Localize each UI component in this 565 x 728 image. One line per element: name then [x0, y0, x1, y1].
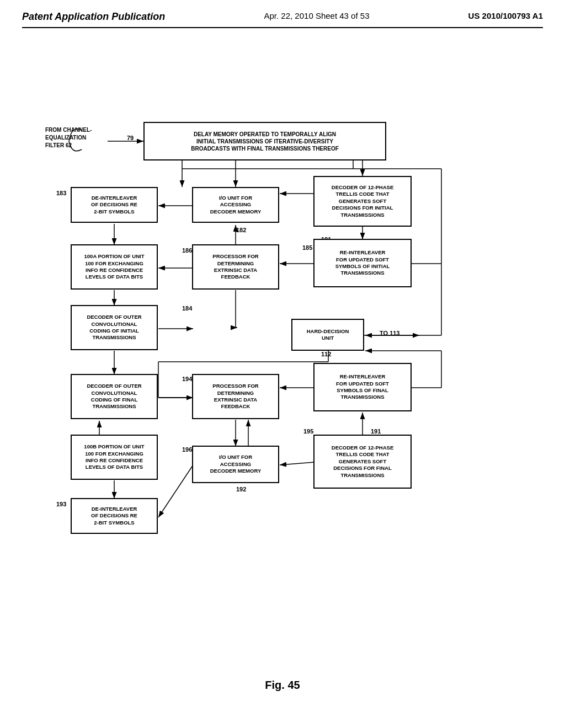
figure-caption: Fig. 45	[22, 679, 543, 692]
label-186: 186	[182, 247, 192, 254]
publication-title: Patent Application Publication	[22, 11, 165, 23]
label-194: 194	[182, 376, 192, 382]
decoder-outer-initial-box: DECODER OF OUTERCONVOLUTIONALCODING OF I…	[71, 305, 158, 350]
label-183: 183	[56, 190, 66, 196]
re-interleaver-top-box: RE-INTERLEAVERFOR UPDATED SOFTSYMBOLS OF…	[313, 239, 412, 287]
decoder-outer-final-box: DECODER OF OUTERCONVOLUTIONALCODING OF F…	[71, 374, 158, 419]
label-182: 182	[236, 227, 246, 233]
processor-bottom-box: PROCESSOR FORDETERMININGEXTRINSIC DATAFE…	[192, 374, 279, 419]
svg-line-29	[158, 465, 193, 517]
io-unit-top-box: I/O UNIT FORACCESSINGDECODER MEMORY	[192, 187, 279, 223]
processor-top-box: PROCESSOR FORDETERMININGEXTRINSIC DATAFE…	[192, 244, 279, 290]
page-header: Patent Application Publication Apr. 22, …	[22, 11, 543, 28]
diagram-area: FROM CHANNEL-EQUALIZATIONFILTER 62 79 DE…	[22, 45, 543, 668]
de-interleaver-bottom-box: DE-INTERLEAVEROF DECISIONS RE2-BIT SYMBO…	[71, 498, 158, 534]
label-195: 195	[303, 428, 313, 435]
re-interleaver-bottom-box: RE-INTERLEAVERFOR UPDATED SOFTSYMBOLS OF…	[313, 363, 412, 411]
io-unit-bottom-box: I/O UNIT FORACCESSINGDECODER MEMORY	[192, 446, 279, 483]
label-192: 192	[236, 486, 246, 493]
page: Patent Application Publication Apr. 22, …	[0, 0, 565, 728]
label-196: 196	[182, 446, 192, 453]
label-to-113: TO 113	[380, 330, 400, 336]
label-112: 112	[321, 351, 331, 357]
label-79: 79	[127, 135, 134, 141]
decoder-12phase-bottom-box: DECODER OF 12-PHASETRELLIS CODE THATGENE…	[313, 435, 412, 489]
svg-line-39	[280, 462, 315, 465]
delay-memory-box: DELAY MEMORY OPERATED TO TEMPORALLY ALIG…	[143, 122, 386, 160]
label-184: 184	[182, 305, 192, 312]
unit-100a-box: 100A PORTION OF UNIT100 FOR EXCHANGINGIN…	[71, 244, 158, 290]
hard-decision-unit-box: HARD-DECISIONUNIT	[291, 319, 364, 351]
sheet-info: Apr. 22, 2010 Sheet 43 of 53	[264, 11, 369, 20]
patent-number: US 2010/100793 A1	[468, 11, 543, 20]
label-191: 191	[371, 428, 381, 435]
unit-100b-box: 100B PORTION OF UNIT100 FOR EXCHANGINGIN…	[71, 435, 158, 480]
decoder-12phase-top-box: DECODER OF 12-PHASETRELLIS CODE THATGENE…	[313, 176, 412, 227]
from-channel-label: FROM CHANNEL-EQUALIZATIONFILTER 62	[45, 126, 92, 149]
label-193: 193	[56, 501, 66, 507]
label-185: 185	[302, 244, 312, 251]
de-interleaver-top-box: DE-INTERLEAVEROF DECISIONS RE2-BIT SYMBO…	[71, 187, 158, 223]
